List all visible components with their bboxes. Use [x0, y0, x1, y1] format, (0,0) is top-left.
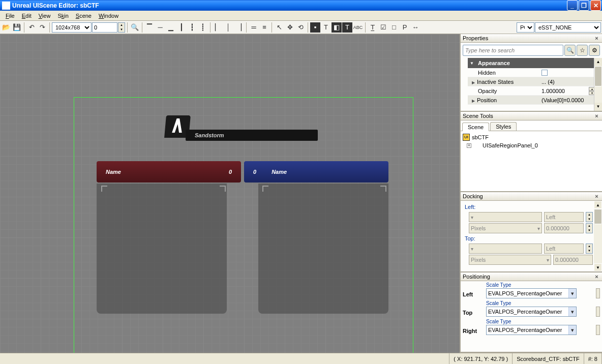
blue-name-label: Name [272, 169, 287, 175]
settings-icon[interactable]: ⚙ [589, 45, 600, 56]
minimize-button[interactable]: _ [567, 0, 578, 11]
tool-t-icon[interactable]: T̲ [368, 22, 378, 33]
positioning-panel: Positioning × Left Scale Type EVALPOS_Pe… [461, 272, 602, 353]
corner-decor [262, 186, 268, 192]
tab-styles[interactable]: Styles [490, 122, 517, 131]
distribute-v3-icon[interactable]: ┋ [198, 22, 208, 33]
corner-decor [220, 186, 226, 192]
tool-check-icon[interactable]: ☑ [378, 22, 388, 33]
docking-scrollbar[interactable]: ▲▼ [594, 201, 602, 271]
maximize-button[interactable]: ❐ [579, 0, 589, 11]
property-category[interactable]: Appearance [468, 58, 595, 68]
status-coords: ( X: 921.71, Y: 42.79 ) [449, 353, 513, 364]
widget-b-icon[interactable]: ◧ [332, 22, 342, 33]
move-icon[interactable]: ✥ [285, 22, 295, 33]
dock-left-unit[interactable]: Pixels [469, 223, 542, 233]
panel-close-icon[interactable]: × [593, 274, 600, 280]
align-right-icon[interactable]: ▕ [234, 22, 244, 33]
align-vcenter-icon[interactable]: ─ [155, 22, 165, 33]
scale-type-label: Scale Type [486, 282, 593, 288]
tab-scene[interactable]: Scene [462, 123, 489, 131]
dock-spinner[interactable]: ▲▼ [586, 212, 593, 222]
dock-left-target[interactable] [469, 212, 542, 222]
scale-type-label: Scale Type [486, 300, 593, 306]
panel-close-icon[interactable]: × [593, 35, 600, 42]
dock-left-face[interactable]: Left [544, 212, 584, 222]
prop-hidden-label: Hidden [478, 70, 541, 76]
tool-arrow-icon[interactable]: ↔ [410, 22, 420, 33]
select-icon[interactable]: ↖ [274, 22, 284, 33]
search-icon[interactable]: 🔍 [564, 45, 576, 56]
distribute-h2-icon[interactable]: ≡ [259, 22, 269, 33]
align-top-icon[interactable]: ▔ [144, 22, 155, 33]
dock-top-face[interactable]: Left [544, 244, 584, 254]
pos-extra[interactable] [596, 288, 600, 298]
distribute-h-icon[interactable]: ═ [249, 22, 259, 33]
tree-root[interactable]: sbCTF [472, 134, 489, 140]
dock-left-value[interactable]: 0.000000 [544, 223, 584, 233]
text-icon[interactable]: T [321, 22, 331, 33]
menu-file[interactable]: File [2, 12, 18, 20]
prop-position-value: (Value[0]=0.0000 [541, 97, 595, 103]
canvas[interactable]: Sandstorm Name 0 0 Name [0, 34, 460, 353]
tree-child[interactable]: UISafeRegionPanel_0 [483, 142, 538, 148]
align-left-icon[interactable]: ▏ [213, 22, 223, 33]
prop-position-label[interactable]: Position [478, 97, 541, 103]
widget-a-icon[interactable]: ▪ [310, 22, 320, 33]
platform-select[interactable]: PC [517, 22, 534, 33]
blue-score: 0 [253, 169, 256, 175]
dock-spinner[interactable]: ▲▼ [586, 223, 593, 233]
red-name-label: Name [106, 169, 121, 175]
prop-opacity-label: Opacity [478, 88, 541, 94]
distribute-v2-icon[interactable]: ┇ [187, 22, 197, 33]
pos-left-select[interactable]: EVALPOS_PercentageOwner [486, 288, 577, 298]
tool-box-icon[interactable]: □ [389, 22, 399, 33]
scene-tree[interactable]: UI sbCTF + UISafeRegionPanel_0 [461, 131, 602, 151]
panel-close-icon[interactable]: × [593, 113, 600, 119]
dock-top-label: Top: [465, 234, 593, 242]
red-team-header: Name 0 [97, 161, 241, 183]
pos-extra[interactable] [596, 325, 600, 335]
prop-inactive-label[interactable]: Inactive States [478, 79, 541, 85]
properties-scrollbar[interactable]: ▲▼ [594, 58, 602, 111]
pos-top-select[interactable]: EVALPOS_PercentageOwner [486, 307, 577, 317]
undo-icon[interactable]: ↶ [26, 22, 37, 33]
save-icon[interactable]: 💾 [12, 22, 22, 33]
pos-extra[interactable] [596, 307, 600, 317]
magnify-icon[interactable]: 🔍 [130, 22, 140, 33]
app-icon [2, 2, 10, 10]
resolution-select[interactable]: 1024x768 [52, 22, 92, 33]
menu-view[interactable]: View [35, 12, 54, 20]
distribute-v-icon[interactable]: ┃ [176, 22, 187, 33]
menu-skin[interactable]: Skin [54, 12, 72, 20]
prop-hidden-checkbox[interactable] [541, 70, 548, 76]
rotate-icon[interactable]: ⟲ [295, 22, 306, 33]
window-title: Unreal UIScene Editor: sbCTF [12, 2, 567, 9]
widget-c-icon[interactable]: T [342, 22, 352, 33]
property-search-input[interactable] [463, 45, 563, 56]
dock-top-target[interactable] [469, 244, 542, 254]
redo-icon[interactable]: ↷ [37, 22, 47, 33]
panel-close-icon[interactable]: × [593, 193, 600, 200]
dock-spinner[interactable]: ▲▼ [586, 244, 593, 254]
expand-icon[interactable]: + [467, 143, 471, 148]
menu-edit[interactable]: Edit [18, 12, 35, 20]
align-hcenter-icon[interactable]: │ [223, 22, 233, 33]
split-select[interactable]: eSST_NONE [535, 22, 601, 33]
menu-scene[interactable]: Scene [72, 12, 95, 20]
pos-right-select[interactable]: EVALPOS_PercentageOwner [486, 325, 577, 335]
align-bottom-icon[interactable]: ▁ [166, 22, 176, 33]
tool-p-icon[interactable]: P [400, 22, 410, 33]
zoom-input[interactable] [92, 22, 117, 33]
favorite-icon[interactable]: ☆ [577, 45, 588, 56]
zoom-spinner[interactable]: ▲▼ [118, 22, 125, 33]
pos-top-label: Top [463, 310, 483, 317]
close-button[interactable]: ✕ [590, 0, 601, 11]
dock-top-value[interactable]: 0.000000 [553, 255, 593, 265]
text-small-icon[interactable]: ABC [353, 22, 363, 33]
menu-window[interactable]: Window [95, 12, 122, 20]
dock-top-unit[interactable]: Pixels [469, 255, 551, 265]
status-scene: Scoreboard_CTF: sbCTF [513, 353, 584, 364]
open-icon[interactable]: 📂 [1, 22, 11, 33]
prop-opacity-value[interactable]: 1.000000 [541, 88, 565, 94]
